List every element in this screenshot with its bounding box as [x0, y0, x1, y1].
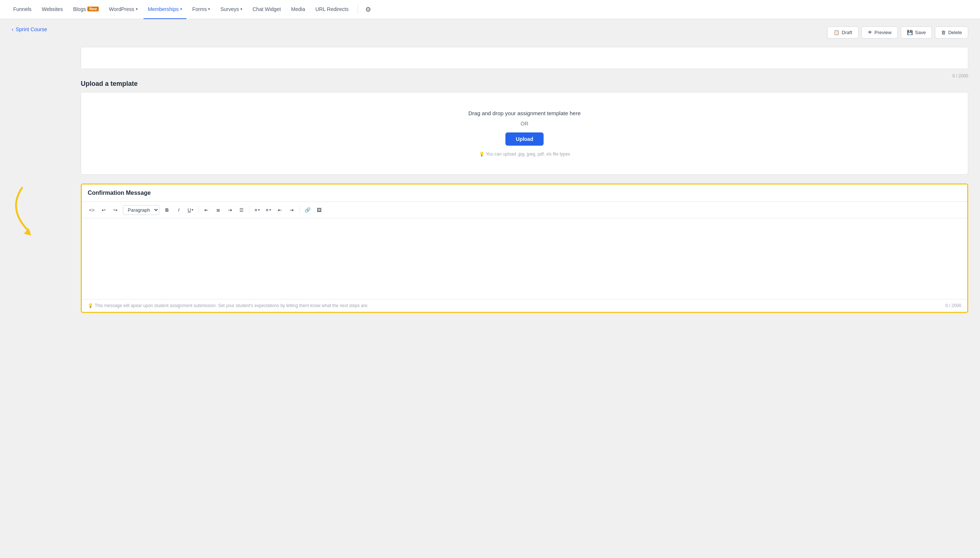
- nav-label-websites: Websites: [42, 6, 63, 12]
- upload-title: Upload a template: [81, 80, 968, 88]
- align-right-icon: ⇥: [228, 207, 232, 213]
- wordpress-chevron: ▾: [136, 7, 138, 11]
- code-icon: <>: [89, 207, 94, 213]
- nav-label-surveys: Surveys: [220, 6, 239, 12]
- editor-toolbar: <> ↩ ↪ Paragraph Heading 1 Heading 2 Hea…: [82, 202, 967, 218]
- image-button[interactable]: 🖼: [314, 205, 325, 215]
- nav-item-memberships[interactable]: Memberships ▾: [143, 0, 186, 19]
- redo-icon: ↪: [113, 207, 117, 213]
- align-center-icon: ≣: [216, 207, 220, 213]
- editor-hint: 💡 This message will apear upon student a…: [88, 303, 368, 308]
- redo-button[interactable]: ↪: [110, 205, 121, 215]
- forms-chevron: ▾: [208, 7, 210, 11]
- align-right-button[interactable]: ⇥: [224, 205, 235, 215]
- breadcrumb[interactable]: ‹ Sprint Course: [12, 23, 47, 35]
- breadcrumb-back-icon: ‹: [12, 26, 13, 32]
- bold-button[interactable]: B: [161, 205, 173, 215]
- delete-icon: 🗑: [941, 30, 946, 35]
- nav-label-url-redirects: URL Redirects: [315, 6, 349, 12]
- numbered-list-icon: ≡: [266, 207, 269, 213]
- top-text-area[interactable]: [81, 47, 968, 69]
- or-text: OR: [90, 121, 959, 126]
- underline-chevron: ▾: [192, 208, 193, 212]
- save-icon: 💾: [907, 30, 913, 35]
- nav-label-chat-widget: Chat Widget: [253, 6, 281, 12]
- nav-item-media[interactable]: Media: [287, 0, 309, 19]
- undo-button[interactable]: ↩: [98, 205, 109, 215]
- confirmation-header: Confirmation Message: [82, 185, 967, 202]
- toolbar-divider-1: [198, 206, 199, 213]
- upload-hint: 💡 You can upload .jpg, jpeg, pdf, xls fi…: [90, 151, 959, 157]
- editor-hint-text: This message will apear upon student ass…: [95, 303, 368, 308]
- settings-icon[interactable]: ⚙: [362, 4, 374, 15]
- align-justify-button[interactable]: ☰: [236, 205, 247, 215]
- upload-btn-label: Upload: [516, 136, 533, 142]
- surveys-chevron: ▾: [240, 7, 242, 11]
- save-button[interactable]: 💾 Save: [901, 26, 932, 39]
- editor-char-count: 0 / 2000: [945, 303, 961, 308]
- nav-item-websites[interactable]: Websites: [38, 0, 67, 19]
- draft-label: Draft: [842, 30, 852, 35]
- nav-label-media: Media: [291, 6, 305, 12]
- hint-text: You can upload .jpg, jpeg, pdf, xls file…: [486, 151, 571, 157]
- svg-marker-0: [24, 228, 31, 236]
- draft-button[interactable]: 📋 Draft: [827, 26, 858, 39]
- delete-button[interactable]: 🗑 Delete: [935, 26, 968, 39]
- bullet-chevron: ▾: [258, 208, 260, 212]
- preview-button[interactable]: 👁 Preview: [862, 26, 898, 39]
- navbar: Funnels Websites Blogs New WordPress ▾ M…: [0, 0, 980, 19]
- preview-icon: 👁: [868, 30, 873, 35]
- top-char-count: 0 / 2000: [81, 72, 968, 80]
- numbered-list-button[interactable]: ≡ ▾: [263, 205, 274, 215]
- delete-label: Delete: [948, 30, 962, 35]
- nav-item-funnels[interactable]: Funnels: [9, 0, 36, 19]
- editor-footer: 💡 This message will apear upon student a…: [82, 299, 967, 312]
- bullet-list-icon: ≡: [254, 207, 257, 213]
- memberships-chevron: ▾: [180, 7, 182, 11]
- outdent-button[interactable]: ⇤: [275, 205, 286, 215]
- align-left-icon: ⇤: [204, 207, 209, 213]
- upload-drop-zone[interactable]: Drag and drop your assignment template h…: [81, 92, 968, 175]
- upload-section: Upload a template Drag and drop your ass…: [81, 80, 968, 175]
- underline-button[interactable]: U ▾: [185, 205, 196, 215]
- nav-item-url-redirects[interactable]: URL Redirects: [311, 0, 353, 19]
- save-label: Save: [915, 30, 926, 35]
- nav-item-wordpress[interactable]: WordPress ▾: [105, 0, 142, 19]
- nav-item-forms[interactable]: Forms ▾: [188, 0, 215, 19]
- toolbar-divider-3: [299, 206, 300, 213]
- paragraph-select[interactable]: Paragraph Heading 1 Heading 2 Heading 3: [123, 205, 159, 215]
- preview-label: Preview: [875, 30, 891, 35]
- toolbar-divider-2: [249, 206, 250, 213]
- link-button[interactable]: 🔗: [302, 205, 313, 215]
- nav-label-forms: Forms: [192, 6, 207, 12]
- nav-label-blogs: Blogs: [73, 6, 86, 12]
- arrow-annotation: [7, 184, 81, 239]
- image-icon: 🖼: [317, 207, 322, 213]
- upload-button[interactable]: Upload: [505, 133, 543, 146]
- outdent-icon: ⇤: [278, 207, 282, 213]
- editor-body[interactable]: [82, 218, 967, 299]
- main-wrapper: ‹ Sprint Course 📋 Draft 👁 Preview 💾 Save…: [0, 19, 980, 558]
- content-area: 0 / 2000 Upload a template Drag and drop…: [0, 41, 980, 325]
- nav-item-chat-widget[interactable]: Chat Widget: [248, 0, 285, 19]
- align-justify-icon: ☰: [239, 207, 244, 213]
- code-button[interactable]: <>: [86, 205, 97, 215]
- bullet-list-button[interactable]: ≡ ▾: [252, 205, 262, 215]
- breadcrumb-label: Sprint Course: [16, 26, 47, 32]
- indent-icon: ⇥: [289, 207, 294, 213]
- nav-item-blogs[interactable]: Blogs New: [69, 0, 103, 19]
- nav-label-funnels: Funnels: [13, 6, 31, 12]
- hint-icon: 💡: [479, 151, 485, 157]
- nav-label-memberships: Memberships: [148, 6, 179, 12]
- indent-button[interactable]: ⇥: [286, 205, 297, 215]
- draft-icon: 📋: [834, 30, 839, 35]
- italic-button[interactable]: I: [173, 205, 184, 215]
- drag-text: Drag and drop your assignment template h…: [90, 110, 959, 116]
- align-center-button[interactable]: ≣: [212, 205, 224, 215]
- nav-item-surveys[interactable]: Surveys ▾: [216, 0, 247, 19]
- numbered-chevron: ▾: [270, 208, 271, 212]
- bold-icon: B: [165, 207, 168, 213]
- blogs-badge: New: [87, 7, 99, 11]
- link-icon: 🔗: [305, 207, 311, 213]
- align-left-button[interactable]: ⇤: [201, 205, 212, 215]
